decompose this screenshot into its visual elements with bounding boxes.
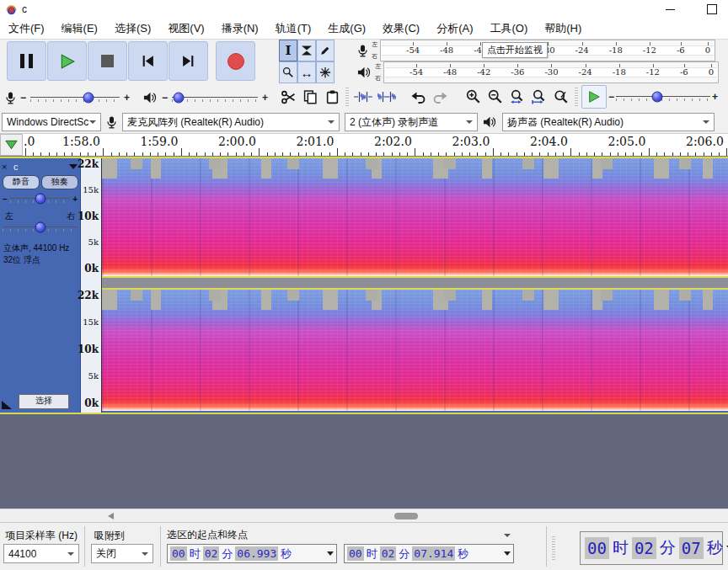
selection-format-select[interactable]: 选区的起点和终点 — [167, 528, 511, 542]
cut-button[interactable] — [278, 86, 298, 108]
time-digit-group[interactable]: 02 — [203, 546, 220, 561]
select-track-button[interactable]: 选择 — [19, 394, 69, 409]
time-digit-group[interactable]: 07 — [679, 537, 704, 559]
project-rate-select[interactable]: 44100 — [3, 544, 79, 563]
slider-thumb[interactable] — [35, 222, 46, 233]
track-menu-arrow-icon[interactable] — [69, 164, 78, 169]
zoom-to-selection-button[interactable] — [507, 86, 527, 108]
track-name[interactable]: c — [12, 162, 69, 172]
recording-channels-select[interactable]: 2 (立体声) 录制声道 — [345, 113, 478, 131]
recording-meter-scale[interactable]: -54-48-42-36-30-24-18-12-60 点击开始监视 — [380, 40, 715, 61]
field-dropdown-arrow-icon[interactable] — [504, 551, 511, 556]
selection-tool-button[interactable]: I — [279, 40, 297, 61]
record-button[interactable] — [216, 41, 255, 81]
recording-volume-slider[interactable] — [30, 91, 120, 104]
envelope-tool-button[interactable] — [297, 40, 316, 61]
pause-button[interactable] — [7, 41, 46, 81]
vertical-scale-ruler[interactable]: 22k15k10k5k0k 22k15k10k5k0k — [81, 158, 102, 413]
time-digit-group[interactable]: 分 — [399, 546, 410, 562]
minimize-button[interactable] — [656, 0, 684, 19]
audio-host-select[interactable]: Windows DirectSc — [2, 113, 101, 131]
playback-meter-scale[interactable]: -54-48-42-36-30-24-18-12-60 — [383, 61, 719, 83]
time-digit-group[interactable]: 时 — [613, 537, 629, 559]
trim-audio-button[interactable] — [352, 86, 374, 108]
zoom-toggle-button[interactable] — [551, 86, 571, 108]
time-digit-group[interactable]: 分 — [660, 537, 676, 559]
time-digit-group[interactable]: 时 — [367, 546, 377, 562]
play-at-speed-button[interactable] — [581, 85, 607, 109]
menu-item[interactable]: 播录(N) — [213, 21, 267, 36]
redo-button[interactable] — [430, 86, 450, 108]
selection-end-field[interactable]: 00时02分07.914秒 — [344, 544, 514, 563]
undo-button[interactable] — [408, 86, 428, 108]
solo-button[interactable]: 独奏 — [41, 175, 78, 189]
slider-thumb[interactable] — [652, 92, 663, 103]
paste-button[interactable] — [322, 86, 342, 108]
silence-audio-button[interactable] — [376, 86, 398, 108]
track-control-panel[interactable]: × c 静音 独奏 − + 左 右 立体声, 44100 Hz 32位 浮点 — [0, 158, 81, 413]
close-track-button[interactable]: × — [2, 162, 12, 172]
maximize-button[interactable] — [698, 0, 726, 19]
zoom-out-button[interactable] — [485, 86, 506, 108]
recording-device-select[interactable]: 麦克风阵列 (Realtek(R) Audio) — [122, 113, 340, 131]
time-shift-tool-button[interactable]: ↔ — [297, 61, 316, 83]
field-dropdown-arrow-icon[interactable] — [327, 551, 334, 556]
slider-thumb[interactable] — [35, 194, 46, 205]
time-digit-group[interactable]: 00 — [585, 537, 609, 559]
timeline-ruler[interactable]: .01:58.01:59.02:00.02:01.02:02.02:03.02:… — [0, 134, 728, 157]
menu-item[interactable]: 工具(O) — [481, 21, 536, 36]
time-digit-group[interactable]: 06.993 — [235, 546, 278, 561]
menu-item[interactable]: 编辑(E) — [53, 21, 106, 36]
menu-item[interactable]: 选择(S) — [106, 21, 159, 36]
time-digit-group[interactable]: 秒 — [458, 546, 468, 562]
stop-button[interactable] — [88, 41, 127, 81]
spectrogram-channel-left[interactable] — [102, 158, 728, 276]
gain-slider[interactable] — [10, 192, 70, 205]
playback-speed-slider[interactable] — [616, 90, 710, 104]
mute-button[interactable]: 静音 — [3, 175, 40, 189]
pan-slider[interactable] — [3, 221, 78, 234]
playback-meter[interactable]: 左 右 -54-48-42-36-30-24-18-12-60 — [357, 61, 719, 83]
time-digit-group[interactable]: 秒 — [281, 546, 292, 562]
copy-button[interactable] — [300, 86, 320, 108]
time-digit-group[interactable]: 秒 — [707, 537, 723, 559]
menu-item[interactable]: 视图(V) — [159, 21, 212, 36]
skip-to-start-button[interactable] — [128, 41, 168, 81]
play-button[interactable] — [47, 41, 87, 81]
selection-start-field[interactable]: 00时02分06.993秒 — [167, 544, 337, 563]
time-digit-group[interactable]: 00 — [170, 546, 187, 561]
audio-position-field[interactable]: 00时02分07秒 — [580, 531, 723, 565]
menu-item[interactable]: 效果(C) — [374, 21, 428, 36]
menu-item[interactable]: 帮助(H) — [536, 21, 590, 36]
slider-thumb[interactable] — [174, 93, 185, 104]
snap-to-select[interactable]: 关闭 — [91, 544, 153, 563]
menu-item[interactable]: 轨道(T) — [267, 21, 320, 36]
playback-device-select[interactable]: 扬声器 (Realtek(R) Audio) — [502, 113, 715, 131]
recording-meter[interactable]: 左 右 -54-48-42-36-30-24-18-12-60 点击开始监视 — [357, 40, 715, 61]
menu-item[interactable]: 文件(F) — [0, 21, 53, 36]
horizontal-scrollbar[interactable] — [0, 509, 728, 522]
zoom-tool-button[interactable] — [279, 61, 297, 83]
toolbar-grip[interactable] — [345, 88, 349, 106]
spectrogram-channel-right[interactable] — [102, 290, 728, 411]
collapse-track-icon[interactable] — [2, 401, 12, 409]
menu-item[interactable]: 生成(G) — [319, 21, 374, 36]
toolbar-grip[interactable] — [552, 535, 555, 560]
draw-tool-button[interactable] — [316, 40, 335, 61]
scroll-left-arrow-icon[interactable] — [108, 513, 114, 519]
pinned-playhead-button[interactable] — [0, 134, 23, 156]
slider-thumb[interactable] — [83, 93, 94, 104]
time-digit-group[interactable]: 分 — [222, 546, 233, 562]
time-digit-group[interactable]: 02 — [632, 537, 656, 559]
monitor-tooltip[interactable]: 点击开始监视 — [482, 42, 548, 58]
menu-item[interactable]: 分析(A) — [428, 21, 481, 36]
time-digit-group[interactable]: 02 — [380, 546, 397, 561]
time-digit-group[interactable]: 00 — [347, 546, 364, 561]
toolbar-grip[interactable] — [575, 88, 578, 106]
multi-tool-button[interactable] — [316, 61, 335, 83]
zoom-fit-project-button[interactable] — [529, 86, 549, 108]
skip-to-end-button[interactable] — [169, 41, 208, 81]
channel-separator[interactable] — [102, 276, 728, 290]
scrollbar-thumb[interactable] — [394, 513, 418, 519]
zoom-in-button[interactable] — [463, 86, 484, 108]
